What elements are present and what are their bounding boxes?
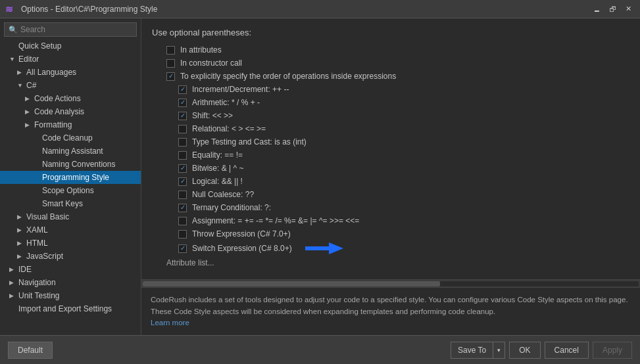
option-label: Assignment: = += -= *= /= %= &= |= ^= >>… xyxy=(192,216,359,225)
close-button[interactable]: ✕ xyxy=(622,4,635,14)
info-section: CodeRush includes a set of tools designe… xyxy=(141,287,640,335)
search-icon: 🔍 xyxy=(9,26,18,34)
sidebar-item-scope-options[interactable]: Scope Options xyxy=(0,184,141,197)
option-row: Equality: == != xyxy=(152,150,629,160)
tree-arrow: ▶ xyxy=(9,266,16,273)
checkbox-logical[interactable] xyxy=(178,177,187,186)
checkbox-assignment[interactable] xyxy=(178,217,187,225)
sidebar-item-ide[interactable]: ▶ IDE xyxy=(0,263,141,276)
learn-more-link[interactable]: Learn more xyxy=(151,319,189,327)
section-title: Use optional parentheses: xyxy=(152,28,629,37)
sidebar-item-unit-testing[interactable]: ▶ Unit Testing xyxy=(0,289,141,302)
save-to-button[interactable]: Save To ▾ xyxy=(451,342,505,359)
option-label: Shift: << >> xyxy=(192,111,233,120)
checkbox-in-constructor-call[interactable] xyxy=(166,59,175,68)
option-row: Ternary Conditional: ?: xyxy=(152,203,629,212)
sidebar-item-formatting[interactable]: ▶ Formatting xyxy=(0,118,141,131)
sidebar-item-code-cleanup[interactable]: Code Cleanup xyxy=(0,131,141,145)
arrow-annotation xyxy=(304,242,343,254)
app-logo-icon: ≋ xyxy=(5,4,16,14)
sidebar-item-editor[interactable]: ▼ Editor xyxy=(0,53,141,66)
sidebar-item-quick-setup[interactable]: Quick Setup xyxy=(0,39,141,53)
checkbox-equality[interactable] xyxy=(178,151,187,160)
checkbox-bitwise[interactable] xyxy=(178,164,187,173)
apply-button[interactable]: Apply xyxy=(593,342,632,359)
sidebar-item-label: XAML xyxy=(26,225,48,235)
sidebar-item-label: Scope Options xyxy=(42,186,94,195)
main-layout: 🔍 Quick Setup ▼ Editor ▶ All Languages ▼… xyxy=(0,18,640,335)
option-row: To explicitly specify the order of opera… xyxy=(152,72,629,81)
h-scrollbar-track xyxy=(143,281,639,286)
option-label: In attributes xyxy=(180,45,222,55)
sidebar-item-visual-basic[interactable]: ▶ Visual Basic xyxy=(0,210,141,223)
sidebar-item-label: Formatting xyxy=(34,120,72,129)
content-area: Use optional parentheses: In attributes … xyxy=(141,18,640,335)
sidebar-item-naming-assistant[interactable]: Naming Assistant xyxy=(0,145,141,158)
bottom-right-buttons: Save To ▾ OK Cancel Apply xyxy=(451,342,632,359)
sidebar-item-javascript[interactable]: ▶ JavaScript xyxy=(0,250,141,263)
sidebar-item-naming-conventions[interactable]: Naming Conventions xyxy=(0,158,141,171)
sidebar-item-label: Code Cleanup xyxy=(42,133,93,143)
sidebar-item-label: C# xyxy=(26,81,36,90)
sidebar-item-code-analysis[interactable]: ▶ Code Analysis xyxy=(0,105,141,118)
option-label: Ternary Conditional: ?: xyxy=(192,203,271,212)
option-row: Bitwise: & | ^ ~ xyxy=(152,164,629,173)
tree-arrow: ▶ xyxy=(9,292,16,299)
sidebar-item-all-languages[interactable]: ▶ All Languages xyxy=(0,66,141,79)
sidebar-item-label: Naming Conventions xyxy=(42,160,115,169)
option-label: Equality: == != xyxy=(192,150,243,160)
checkbox-arithmetic[interactable] xyxy=(178,99,187,107)
sidebar-item-import-export[interactable]: Import and Export Settings xyxy=(0,302,141,315)
checkbox-throw-expression[interactable] xyxy=(178,230,187,239)
tree-arrow: ▶ xyxy=(9,279,16,286)
sidebar-item-label: All Languages xyxy=(26,68,76,77)
tree-arrow: ▶ xyxy=(25,95,32,102)
checkbox-increment-decrement[interactable] xyxy=(178,85,187,94)
checkbox-type-testing[interactable] xyxy=(178,138,187,147)
title-bar-left: ≋ Options - Editor\C#\Programming Style xyxy=(5,4,157,14)
save-to-label: Save To xyxy=(451,342,493,358)
attribute-list-label: Attribute list... xyxy=(166,258,214,267)
tree-arrow: ▶ xyxy=(17,253,24,260)
svg-marker-0 xyxy=(305,242,343,254)
sidebar-item-csharp[interactable]: ▼ C# xyxy=(0,79,141,92)
minimize-button[interactable]: 🗕 xyxy=(590,4,603,14)
checkbox-shift[interactable] xyxy=(178,112,187,120)
checkbox-in-attributes[interactable] xyxy=(166,46,175,55)
title-bar: ≋ Options - Editor\C#\Programming Style … xyxy=(0,0,640,18)
default-button[interactable]: Default xyxy=(8,342,53,359)
tree-arrow: ▶ xyxy=(17,227,24,233)
sidebar-item-navigation[interactable]: ▶ Navigation xyxy=(0,276,141,289)
sidebar-item-label: Quick Setup xyxy=(18,41,61,51)
info-text: CodeRush includes a set of tools designe… xyxy=(151,296,628,315)
sidebar-item-html[interactable]: ▶ HTML xyxy=(0,237,141,250)
sidebar-item-programming-style[interactable]: Programming Style xyxy=(0,171,141,184)
ok-button[interactable]: OK xyxy=(509,342,540,359)
horizontal-scrollbar[interactable] xyxy=(141,279,640,287)
option-label: Null Coalesce: ?? xyxy=(192,190,254,199)
maximize-button[interactable]: 🗗 xyxy=(606,4,619,14)
option-row: Shift: << >> xyxy=(152,111,629,120)
checkbox-null-coalesce[interactable] xyxy=(178,191,187,199)
h-scrollbar-thumb[interactable] xyxy=(143,281,440,286)
sidebar-item-xaml[interactable]: ▶ XAML xyxy=(0,223,141,237)
option-row: Null Coalesce: ?? xyxy=(152,190,629,199)
checkbox-explicit-order[interactable] xyxy=(166,72,175,81)
sidebar-item-smart-keys[interactable]: Smart Keys xyxy=(0,197,141,210)
sidebar-item-label: Import and Export Settings xyxy=(18,304,112,313)
checkbox-switch-expression[interactable] xyxy=(178,244,187,253)
save-to-dropdown-icon[interactable]: ▾ xyxy=(493,344,505,357)
option-row: Switch Expression (C# 8.0+) xyxy=(152,242,629,254)
sidebar-item-label: Smart Keys xyxy=(42,199,83,208)
option-row: Throw Expression (C# 7.0+) xyxy=(152,229,629,239)
sidebar-item-label: IDE xyxy=(18,265,32,274)
sidebar: 🔍 Quick Setup ▼ Editor ▶ All Languages ▼… xyxy=(0,18,141,335)
attribute-list-item: Attribute list... xyxy=(152,258,629,267)
sidebar-item-label: Navigation xyxy=(18,278,56,287)
checkbox-ternary[interactable] xyxy=(178,204,187,212)
tree-arrow: ▶ xyxy=(25,108,32,115)
cancel-button[interactable]: Cancel xyxy=(545,342,589,359)
sidebar-item-code-actions[interactable]: ▶ Code Actions xyxy=(0,92,141,105)
checkbox-relational[interactable] xyxy=(178,125,187,133)
search-input[interactable] xyxy=(20,25,132,34)
